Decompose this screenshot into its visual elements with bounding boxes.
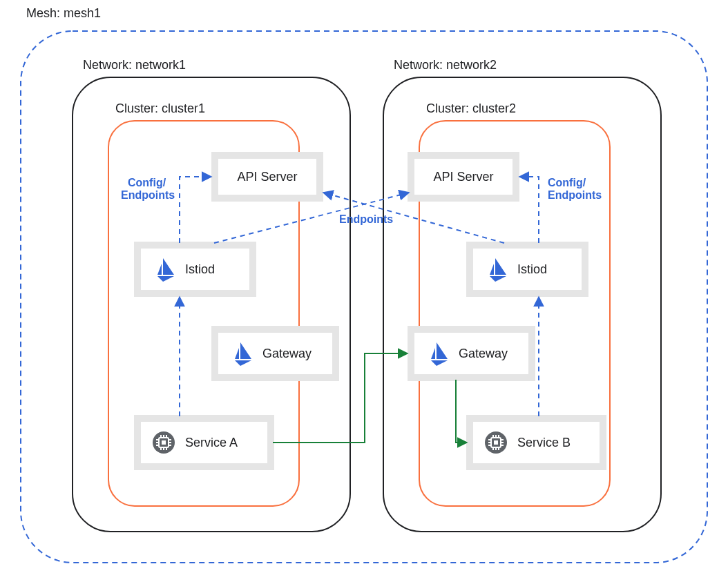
edge-label-config-endpoints-left: Config/ Endpoints xyxy=(121,177,175,201)
chip-icon xyxy=(485,431,507,454)
api-server-left-label: API Server xyxy=(237,170,297,184)
edge-gateway-right-to-serviceB xyxy=(456,380,467,443)
api-server-right-node: API Server xyxy=(411,155,516,198)
service-b-node: Service B xyxy=(470,418,603,467)
service-a-node: Service A xyxy=(137,418,271,467)
istiod-left-label: Istiod xyxy=(185,262,215,276)
edge-label-config-endpoints-right: Config/ Endpoints xyxy=(548,177,602,201)
istiod-right-node: Istiod xyxy=(470,245,585,293)
gateway-right-node: Gateway xyxy=(411,329,532,378)
cluster-right-label: Cluster: cluster2 xyxy=(426,101,516,115)
cluster-left-label: Cluster: cluster1 xyxy=(115,101,205,115)
network-right-label: Network: network2 xyxy=(394,58,497,72)
chip-icon xyxy=(153,431,175,454)
gateway-right-label: Gateway xyxy=(459,347,508,360)
api-server-right-label: API Server xyxy=(433,170,493,184)
gateway-left-node: Gateway xyxy=(215,329,336,378)
network-left-label: Network: network1 xyxy=(83,58,186,72)
mesh-label: Mesh: mesh1 xyxy=(26,6,101,20)
gateway-left-label: Gateway xyxy=(262,347,312,360)
service-a-label: Service A xyxy=(185,436,238,449)
edge-label-endpoints: Endpoints xyxy=(339,213,393,225)
edge-istiod-left-to-apiserver-left xyxy=(180,177,211,243)
service-b-label: Service B xyxy=(517,436,571,449)
istiod-right-label: Istiod xyxy=(517,262,547,276)
diagram-canvas: Mesh: mesh1 Network: network1 Network: n… xyxy=(0,0,728,573)
edge-istiod-right-to-apiserver-right xyxy=(519,177,539,243)
api-server-left-node: API Server xyxy=(215,155,320,198)
istiod-left-node: Istiod xyxy=(137,245,253,293)
